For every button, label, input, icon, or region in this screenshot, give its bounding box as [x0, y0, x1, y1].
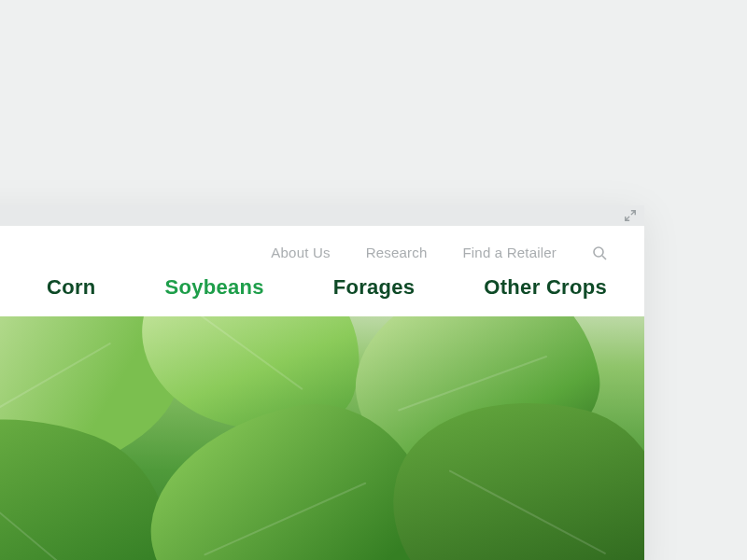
site-header: About Us Research Find a Retailer Corn S…: [0, 226, 644, 316]
utility-nav: About Us Research Find a Retailer: [0, 235, 607, 266]
tab-soybeans[interactable]: Soybeans: [164, 275, 263, 300]
expand-icon[interactable]: [624, 209, 637, 222]
primary-nav: Corn Soybeans Forages Other Crops: [0, 266, 607, 300]
window-titlebar: [0, 205, 644, 226]
nav-about-us[interactable]: About Us: [271, 245, 330, 260]
tab-forages[interactable]: Forages: [333, 275, 416, 300]
hero-image: [0, 316, 644, 560]
tab-other-crops[interactable]: Other Crops: [484, 275, 607, 300]
browser-window: About Us Research Find a Retailer Corn S…: [0, 205, 644, 560]
search-icon[interactable]: [592, 245, 607, 260]
nav-research[interactable]: Research: [366, 245, 428, 260]
svg-point-0: [594, 247, 603, 257]
tab-corn[interactable]: Corn: [47, 275, 96, 300]
nav-find-retailer[interactable]: Find a Retailer: [462, 245, 557, 260]
